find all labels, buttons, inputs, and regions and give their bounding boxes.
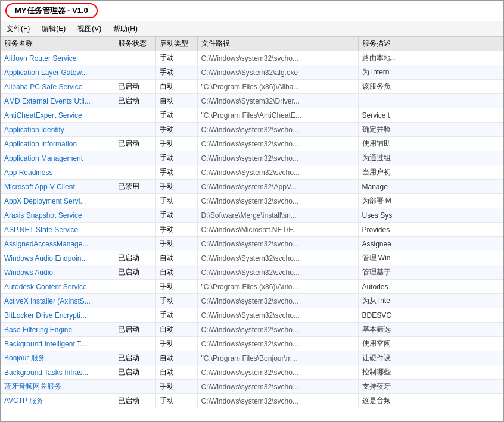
cell-status (114, 308, 155, 323)
cell-desc: 为从 Inte (358, 294, 503, 308)
cell-desc: Service t (358, 108, 503, 123)
cell-name: Bonjour 服务 (1, 351, 114, 365)
cell-desc: Manage (358, 180, 503, 194)
cell-startup: 手动 (155, 294, 197, 308)
cell-name: AssignedAccessManage... (1, 237, 114, 251)
cell-status (114, 123, 155, 137)
cell-status (114, 337, 155, 351)
cell-desc: 这是音频 (358, 394, 503, 408)
cell-name: Application Information (1, 137, 114, 151)
table-row[interactable]: Windows Audio Endpoin...已启动自动C:\Windows\… (1, 251, 503, 265)
table-body: AllJoyn Router Service手动C:\Windows\syste… (1, 51, 503, 408)
cell-startup: 手动 (155, 337, 197, 351)
table-row[interactable]: App Readiness手动C:\Windows\System32\svcho… (1, 165, 503, 180)
cell-name: Application Identity (1, 123, 114, 137)
table-row[interactable]: Bonjour 服务已启动自动"C:\Program Files\Bonjour… (1, 351, 503, 365)
cell-status: 已启动 (114, 323, 155, 337)
cell-name: ASP.NET State Service (1, 223, 114, 237)
cell-desc: 为 Intern (358, 65, 503, 80)
cell-name: AVCTP 服务 (1, 394, 114, 408)
header-startup[interactable]: 启动类型 (155, 37, 197, 51)
cell-status: 已启动 (114, 351, 155, 365)
cell-startup: 手动 (155, 394, 197, 408)
main-window: MY任务管理器 - V1.0 文件(F)编辑(E)视图(V)帮助(H) 服务名称… (0, 0, 504, 422)
cell-name: ActiveX Installer (AxInstS... (1, 294, 114, 308)
cell-path: C:\Windows\System32\svcho... (197, 308, 358, 323)
header-name[interactable]: 服务名称 (1, 37, 114, 51)
cell-status: 已启动 (114, 365, 155, 380)
table-row[interactable]: Application Information已启动手动C:\Windows\s… (1, 137, 503, 151)
cell-path: "C:\Program Files\AntiCheatE... (197, 108, 358, 123)
table-row[interactable]: Araxis Snapshot Service手动D:\Software\Mer… (1, 208, 503, 223)
cell-status (114, 165, 155, 180)
table-row[interactable]: AVCTP 服务已启动手动C:\Windows\system32\svcho..… (1, 394, 503, 408)
cell-name: BitLocker Drive Encrypti... (1, 308, 114, 323)
cell-desc: 为部署 M (358, 194, 503, 208)
cell-desc: 支持蓝牙 (358, 380, 503, 394)
cell-path: C:\Windows\system32\svcho... (197, 337, 358, 351)
table-row[interactable]: AppX Deployment Servi...手动C:\Windows\sys… (1, 194, 503, 208)
table-row[interactable]: Application Management手动C:\Windows\syste… (1, 151, 503, 165)
header-desc[interactable]: 服务描述 (358, 37, 503, 51)
cell-status (114, 208, 155, 223)
cell-path: C:\Windows\system32\svcho... (197, 394, 358, 408)
cell-startup: 手动 (155, 237, 197, 251)
table-row[interactable]: Background Intelligent T...手动C:\Windows\… (1, 337, 503, 351)
cell-name: App Readiness (1, 165, 114, 180)
cell-desc: Assignee (358, 237, 503, 251)
cell-status: 已启动 (114, 94, 155, 108)
cell-path: C:\Windows\system32\svcho... (197, 294, 358, 308)
cell-status (114, 380, 155, 394)
table-row[interactable]: ASP.NET State Service手动C:\Windows\Micros… (1, 223, 503, 237)
table-row[interactable]: AllJoyn Router Service手动C:\Windows\syste… (1, 51, 503, 65)
cell-status (114, 237, 155, 251)
table-row[interactable]: 蓝牙音频网关服务手动C:\Windows\system32\svcho...支持… (1, 380, 503, 394)
cell-name: AllJoyn Router Service (1, 51, 114, 65)
cell-name: Autodesk Content Service (1, 280, 114, 294)
cell-path: C:\Windows\system32\AppV... (197, 180, 358, 194)
table-row[interactable]: Alibaba PC Safe Service已启动自动"C:\Program … (1, 80, 503, 94)
cell-startup: 自动 (155, 94, 197, 108)
cell-startup: 手动 (155, 208, 197, 223)
table-row[interactable]: Windows Audio已启动自动C:\Windows\System32\sv… (1, 265, 503, 280)
cell-status (114, 194, 155, 208)
cell-startup: 手动 (155, 123, 197, 137)
cell-path: D:\Software\Merge\install\sn... (197, 208, 358, 223)
table-row[interactable]: Application Identity手动C:\Windows\system3… (1, 123, 503, 137)
table-row[interactable]: AMD External Events Util...已启动自动C:\Windo… (1, 94, 503, 108)
table-row[interactable]: BitLocker Drive Encrypti...手动C:\Windows\… (1, 308, 503, 323)
cell-startup: 自动 (155, 251, 197, 265)
table-row[interactable]: Microsoft App-V Client已禁用手动C:\Windows\sy… (1, 180, 503, 194)
menu-bar: 文件(F)编辑(E)视图(V)帮助(H) (1, 21, 503, 37)
cell-status: 已启动 (114, 137, 155, 151)
cell-startup: 手动 (155, 194, 197, 208)
menu-item[interactable]: 文件(F) (3, 23, 33, 35)
cell-desc: Provides (358, 223, 503, 237)
cell-startup: 手动 (155, 180, 197, 194)
table-row[interactable]: Background Tasks Infras...已启动自动C:\Window… (1, 365, 503, 380)
header-path[interactable]: 文件路径 (197, 37, 358, 51)
cell-startup: 手动 (155, 308, 197, 323)
cell-startup: 自动 (155, 323, 197, 337)
header-status[interactable]: 服务状态 (114, 37, 155, 51)
cell-desc: 为通过组 (358, 151, 503, 165)
table-row[interactable]: ActiveX Installer (AxInstS...手动C:\Window… (1, 294, 503, 308)
cell-path: C:\Windows\Microsoft.NET\F... (197, 223, 358, 237)
table-row[interactable]: AntiCheatExpert Service手动"C:\Program Fil… (1, 108, 503, 123)
cell-desc: 使用辅助 (358, 137, 503, 151)
table-container[interactable]: 服务名称 服务状态 启动类型 文件路径 服务描述 AllJoyn Router … (1, 37, 503, 421)
cell-path: "C:\Program Files\Bonjour\m... (197, 351, 358, 365)
menu-item[interactable]: 编辑(E) (38, 23, 69, 35)
cell-name: AntiCheatExpert Service (1, 108, 114, 123)
table-row[interactable]: AssignedAccessManage...手动C:\Windows\syst… (1, 237, 503, 251)
cell-startup: 自动 (155, 80, 197, 94)
cell-name: Microsoft App-V Client (1, 180, 114, 194)
menu-item[interactable]: 视图(V) (74, 23, 105, 35)
menu-item[interactable]: 帮助(H) (110, 23, 141, 35)
table-row[interactable]: Autodesk Content Service手动"C:\Program Fi… (1, 280, 503, 294)
table-row[interactable]: Base Filtering Engine已启动自动C:\Windows\sys… (1, 323, 503, 337)
cell-name: Application Management (1, 151, 114, 165)
table-row[interactable]: Application Layer Gatew...手动C:\Windows\S… (1, 65, 503, 80)
cell-desc: Autodes (358, 280, 503, 294)
cell-path: C:\Windows\system32\svcho... (197, 137, 358, 151)
